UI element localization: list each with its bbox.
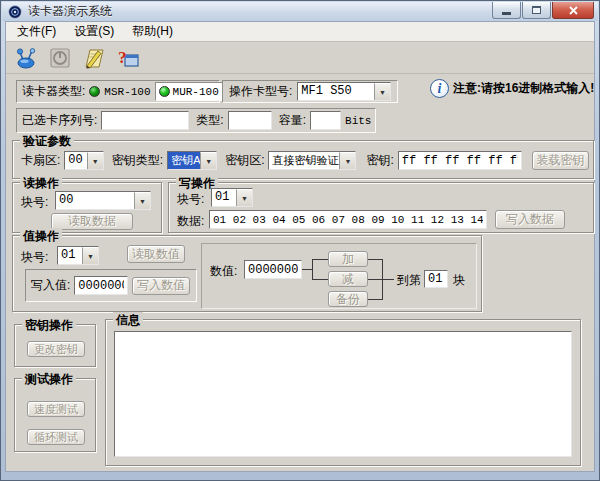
write-value-button[interactable]: 写入数值 <box>132 277 190 295</box>
write-block-label: 块号: <box>177 191 204 208</box>
card-info-panel: 已选卡序列号: 类型: 容量: Bits <box>16 108 376 133</box>
subtract-button[interactable]: 减 <box>328 271 368 287</box>
notice-area: i 注意:请按16进制格式输入! <box>430 79 594 98</box>
key-type-select[interactable]: 密钥A <box>167 151 217 170</box>
info-group-label: 信息 <box>113 312 143 329</box>
notice-text: 注意:请按16进制格式输入! <box>453 80 594 97</box>
serial-input[interactable] <box>101 111 189 130</box>
sector-label: 卡扇区: <box>21 152 60 169</box>
key-type-label: 密钥类型: <box>112 152 163 169</box>
card-type-input[interactable] <box>228 111 272 130</box>
power-icon <box>48 46 72 70</box>
value-block-select[interactable]: 01 <box>57 246 99 265</box>
to-block-input[interactable] <box>424 270 448 288</box>
read-block-label: 块号: <box>21 194 48 211</box>
maximize-button[interactable] <box>522 2 551 19</box>
value-block-value: 01 <box>58 247 82 264</box>
msr-led-indicator <box>89 86 100 97</box>
help-icon: ? <box>116 46 140 70</box>
read-value-button[interactable]: 读取数值 <box>127 245 185 263</box>
connector-line <box>312 259 328 260</box>
auth-group-label: 验证参数 <box>20 133 74 150</box>
change-key-button[interactable]: 更改密钥 <box>27 341 85 357</box>
chevron-down-icon[interactable] <box>87 152 103 169</box>
key-area-label: 密钥区: <box>225 152 264 169</box>
key-op-group: 密钥操作 更改密钥 <box>14 324 96 367</box>
chevron-down-icon[interactable] <box>236 189 252 206</box>
card-model-label: 操作卡型号: <box>229 83 292 100</box>
log-button[interactable] <box>80 45 108 71</box>
write-data-button[interactable]: 写入数据 <box>495 210 565 229</box>
read-data-button[interactable]: 读取数据 <box>51 213 133 230</box>
menu-settings[interactable]: 设置(S) <box>65 21 123 42</box>
sector-value: 00 <box>65 152 86 169</box>
value-label: 数值: <box>210 263 237 280</box>
to-block-prefix: 到第 <box>397 272 421 289</box>
value-op-group: 值操作 块号: 01 读取数值 写入值: 写入数值 数值: <box>12 235 482 312</box>
window-controls <box>491 2 594 19</box>
auth-group: 验证参数 卡扇区: 00 密钥类型: 密钥A 密钥区: 直接密钥验证 <box>12 140 594 179</box>
sector-select[interactable]: 00 <box>64 151 103 170</box>
title-bar[interactable]: 读卡器演示系统 <box>2 2 598 21</box>
bits-label: Bits <box>345 115 371 127</box>
key-area-value: 直接密钥验证 <box>269 152 339 169</box>
connector-line <box>312 259 313 280</box>
menu-file[interactable]: 文件(F) <box>8 21 65 42</box>
write-value-input[interactable] <box>74 276 128 295</box>
card-model-select[interactable]: MF1 S50 <box>297 82 391 101</box>
connect-button[interactable] <box>12 45 40 71</box>
chevron-down-icon[interactable] <box>339 152 355 169</box>
maximize-icon <box>532 6 541 14</box>
connector-line <box>368 299 382 300</box>
card-model-value: MF1 S50 <box>298 83 374 100</box>
read-block-select[interactable]: 00 <box>55 191 151 210</box>
capacity-input[interactable] <box>310 111 341 130</box>
reader-type-label: 读卡器类型: <box>22 83 85 100</box>
test-op-group: 测试操作 速度测试 循环测试 <box>14 378 96 452</box>
loop-test-button[interactable]: 循环测试 <box>27 429 85 445</box>
msr-label: MSR-100 <box>104 86 150 98</box>
serial-label: 已选卡序列号: <box>22 112 97 129</box>
menu-help[interactable]: 帮助(H) <box>123 21 182 42</box>
add-button[interactable]: 加 <box>328 251 368 267</box>
close-icon <box>569 6 578 15</box>
speed-test-button[interactable]: 速度测试 <box>27 401 85 417</box>
load-key-button[interactable]: 装载密钥 <box>532 151 589 170</box>
card-model-panel: 操作卡型号: MF1 S50 <box>222 80 398 103</box>
help-button[interactable]: ? <box>114 45 142 71</box>
write-op-group: 写操作 块号: 01 数据: 写入数据 <box>168 182 594 233</box>
connect-icon <box>14 46 38 70</box>
work-area: 读卡器类型: MSR-100 MUR-100 操作卡型号: MF1 S50 i <box>6 74 594 470</box>
key-label: 密钥: <box>366 152 393 169</box>
connector-line <box>382 279 394 280</box>
close-button[interactable] <box>552 2 594 19</box>
value-op-group-label: 值操作 <box>20 228 62 245</box>
capacity-label: 容量: <box>279 112 306 129</box>
disconnect-button[interactable] <box>46 45 74 71</box>
write-value-panel: 写入值: 写入数值 <box>25 269 197 302</box>
key-area-select[interactable]: 直接密钥验证 <box>268 151 356 170</box>
connector-line <box>368 259 382 260</box>
write-data-label: 数据: <box>177 213 204 230</box>
mur-led-indicator <box>159 86 170 97</box>
key-type-value: 密钥A <box>168 152 200 169</box>
write-block-value: 01 <box>212 189 236 206</box>
write-block-select[interactable]: 01 <box>211 188 253 207</box>
minimize-button[interactable] <box>492 2 521 19</box>
chevron-down-icon[interactable] <box>134 192 150 209</box>
write-data-input[interactable] <box>209 210 487 229</box>
chevron-down-icon[interactable] <box>374 83 390 100</box>
value-input[interactable] <box>244 260 302 279</box>
chevron-down-icon[interactable] <box>200 152 216 169</box>
app-window: 读卡器演示系统 文件(F) 设置(S) 帮助(H) <box>0 0 600 481</box>
read-op-group: 读操作 块号: 00 读取数据 <box>12 182 162 233</box>
reader-type-panel: 读卡器类型: MSR-100 MUR-100 <box>16 80 220 103</box>
value-flow-panel: 数值: 加 减 备份 到第 <box>201 243 477 309</box>
client-area: 文件(F) 设置(S) 帮助(H) <box>5 21 595 472</box>
backup-button[interactable]: 备份 <box>328 291 368 307</box>
toolbar: ? <box>6 42 594 74</box>
mur-panel: MUR-100 <box>155 82 223 101</box>
info-textarea[interactable] <box>114 331 572 457</box>
chevron-down-icon[interactable] <box>82 247 98 264</box>
key-input[interactable] <box>398 151 522 170</box>
